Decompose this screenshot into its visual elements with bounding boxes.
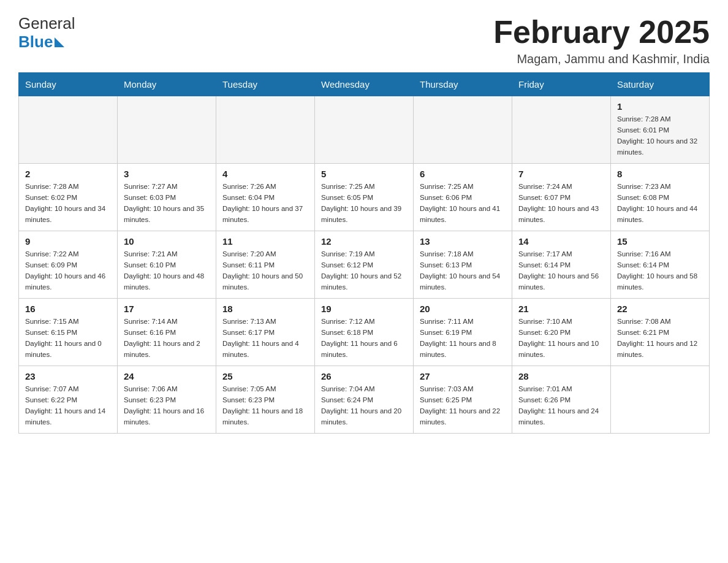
header-wednesday: Wednesday: [315, 73, 414, 96]
table-row: 1Sunrise: 7:28 AMSunset: 6:01 PMDaylight…: [611, 96, 710, 164]
table-row: [414, 96, 512, 164]
header-friday: Friday: [512, 73, 611, 96]
day-info: Sunrise: 7:26 AMSunset: 6:04 PMDaylight:…: [222, 182, 308, 225]
table-row: 28Sunrise: 7:01 AMSunset: 6:26 PMDayligh…: [512, 366, 611, 434]
table-row: 21Sunrise: 7:10 AMSunset: 6:20 PMDayligh…: [512, 299, 611, 366]
day-number: 23: [25, 371, 111, 381]
day-info: Sunrise: 7:25 AMSunset: 6:05 PMDaylight:…: [321, 182, 407, 225]
table-row: 10Sunrise: 7:21 AMSunset: 6:10 PMDayligh…: [118, 231, 216, 299]
day-number: 15: [617, 236, 703, 247]
day-info: Sunrise: 7:20 AMSunset: 6:11 PMDaylight:…: [222, 249, 308, 293]
header-thursday: Thursday: [414, 73, 512, 96]
table-row: 15Sunrise: 7:16 AMSunset: 6:14 PMDayligh…: [611, 231, 710, 299]
calendar-table: Sunday Monday Tuesday Wednesday Thursday…: [18, 72, 710, 434]
day-number: 2: [25, 169, 111, 179]
day-number: 17: [124, 304, 210, 314]
header-saturday: Saturday: [611, 73, 710, 96]
calendar-week-row: 23Sunrise: 7:07 AMSunset: 6:22 PMDayligh…: [19, 366, 710, 434]
day-info: Sunrise: 7:19 AMSunset: 6:12 PMDaylight:…: [321, 249, 407, 293]
header-monday: Monday: [118, 73, 216, 96]
day-number: 24: [124, 371, 210, 381]
month-title: February 2025: [493, 15, 710, 50]
logo-general-text: General: [18, 15, 75, 33]
calendar-week-row: 9Sunrise: 7:22 AMSunset: 6:09 PMDaylight…: [19, 231, 710, 299]
day-info: Sunrise: 7:27 AMSunset: 6:03 PMDaylight:…: [124, 182, 210, 225]
table-row: [611, 366, 710, 434]
table-row: 27Sunrise: 7:03 AMSunset: 6:25 PMDayligh…: [414, 366, 512, 434]
day-number: 19: [321, 304, 407, 314]
day-number: 13: [420, 236, 506, 247]
day-info: Sunrise: 7:25 AMSunset: 6:06 PMDaylight:…: [420, 182, 506, 225]
day-info: Sunrise: 7:05 AMSunset: 6:23 PMDaylight:…: [222, 384, 308, 427]
day-number: 5: [321, 169, 407, 179]
table-row: 19Sunrise: 7:12 AMSunset: 6:18 PMDayligh…: [315, 299, 414, 366]
day-number: 6: [420, 169, 506, 179]
table-row: 25Sunrise: 7:05 AMSunset: 6:23 PMDayligh…: [216, 366, 315, 434]
logo-triangle-icon: [55, 37, 64, 47]
location-text: Magam, Jammu and Kashmir, India: [493, 52, 710, 66]
day-info: Sunrise: 7:01 AMSunset: 6:26 PMDaylight:…: [518, 384, 604, 427]
day-number: 16: [25, 304, 111, 314]
day-info: Sunrise: 7:24 AMSunset: 6:07 PMDaylight:…: [518, 182, 604, 225]
table-row: 18Sunrise: 7:13 AMSunset: 6:17 PMDayligh…: [216, 299, 315, 366]
day-number: 7: [518, 169, 604, 179]
logo: General Blue: [18, 15, 75, 52]
page-header: General Blue February 2025 Magam, Jammu …: [18, 15, 710, 66]
table-row: 13Sunrise: 7:18 AMSunset: 6:13 PMDayligh…: [414, 231, 512, 299]
table-row: 14Sunrise: 7:17 AMSunset: 6:14 PMDayligh…: [512, 231, 611, 299]
table-row: 7Sunrise: 7:24 AMSunset: 6:07 PMDaylight…: [512, 164, 611, 231]
calendar-week-row: 2Sunrise: 7:28 AMSunset: 6:02 PMDaylight…: [19, 164, 710, 231]
day-number: 22: [617, 304, 703, 314]
day-info: Sunrise: 7:28 AMSunset: 6:02 PMDaylight:…: [25, 182, 111, 225]
table-row: 11Sunrise: 7:20 AMSunset: 6:11 PMDayligh…: [216, 231, 315, 299]
table-row: 3Sunrise: 7:27 AMSunset: 6:03 PMDaylight…: [118, 164, 216, 231]
day-info: Sunrise: 7:15 AMSunset: 6:15 PMDaylight:…: [25, 316, 111, 360]
table-row: 9Sunrise: 7:22 AMSunset: 6:09 PMDaylight…: [19, 231, 118, 299]
day-info: Sunrise: 7:14 AMSunset: 6:16 PMDaylight:…: [124, 316, 210, 360]
table-row: 16Sunrise: 7:15 AMSunset: 6:15 PMDayligh…: [19, 299, 118, 366]
day-info: Sunrise: 7:13 AMSunset: 6:17 PMDaylight:…: [222, 316, 308, 360]
day-number: 26: [321, 371, 407, 381]
table-row: 5Sunrise: 7:25 AMSunset: 6:05 PMDaylight…: [315, 164, 414, 231]
day-info: Sunrise: 7:08 AMSunset: 6:21 PMDaylight:…: [617, 316, 703, 360]
table-row: 8Sunrise: 7:23 AMSunset: 6:08 PMDaylight…: [611, 164, 710, 231]
table-row: [118, 96, 216, 164]
day-number: 4: [222, 169, 308, 179]
day-info: Sunrise: 7:10 AMSunset: 6:20 PMDaylight:…: [518, 316, 604, 360]
day-number: 3: [124, 169, 210, 179]
table-row: 26Sunrise: 7:04 AMSunset: 6:24 PMDayligh…: [315, 366, 414, 434]
day-info: Sunrise: 7:17 AMSunset: 6:14 PMDaylight:…: [518, 249, 604, 293]
table-row: 6Sunrise: 7:25 AMSunset: 6:06 PMDaylight…: [414, 164, 512, 231]
day-number: 9: [25, 236, 111, 247]
day-number: 8: [617, 169, 703, 179]
day-number: 11: [222, 236, 308, 247]
day-info: Sunrise: 7:11 AMSunset: 6:19 PMDaylight:…: [420, 316, 506, 360]
day-number: 28: [518, 371, 604, 381]
calendar-header-row: Sunday Monday Tuesday Wednesday Thursday…: [19, 73, 710, 96]
day-info: Sunrise: 7:23 AMSunset: 6:08 PMDaylight:…: [617, 182, 703, 225]
header-tuesday: Tuesday: [216, 73, 315, 96]
day-number: 20: [420, 304, 506, 314]
day-number: 10: [124, 236, 210, 247]
logo-blue-part: Blue: [18, 33, 75, 52]
table-row: 22Sunrise: 7:08 AMSunset: 6:21 PMDayligh…: [611, 299, 710, 366]
calendar-week-row: 16Sunrise: 7:15 AMSunset: 6:15 PMDayligh…: [19, 299, 710, 366]
day-number: 25: [222, 371, 308, 381]
table-row: [216, 96, 315, 164]
calendar-week-row: 1Sunrise: 7:28 AMSunset: 6:01 PMDaylight…: [19, 96, 710, 164]
day-info: Sunrise: 7:28 AMSunset: 6:01 PMDaylight:…: [617, 114, 703, 158]
table-row: 20Sunrise: 7:11 AMSunset: 6:19 PMDayligh…: [414, 299, 512, 366]
day-info: Sunrise: 7:12 AMSunset: 6:18 PMDaylight:…: [321, 316, 407, 360]
table-row: [19, 96, 118, 164]
logo-blue-text: Blue: [18, 33, 53, 52]
day-number: 14: [518, 236, 604, 247]
day-info: Sunrise: 7:06 AMSunset: 6:23 PMDaylight:…: [124, 384, 210, 427]
day-info: Sunrise: 7:16 AMSunset: 6:14 PMDaylight:…: [617, 249, 703, 293]
table-row: 2Sunrise: 7:28 AMSunset: 6:02 PMDaylight…: [19, 164, 118, 231]
title-section: February 2025 Magam, Jammu and Kashmir, …: [493, 15, 710, 66]
table-row: [315, 96, 414, 164]
day-number: 1: [617, 101, 703, 112]
table-row: 24Sunrise: 7:06 AMSunset: 6:23 PMDayligh…: [118, 366, 216, 434]
day-number: 27: [420, 371, 506, 381]
day-info: Sunrise: 7:22 AMSunset: 6:09 PMDaylight:…: [25, 249, 111, 293]
